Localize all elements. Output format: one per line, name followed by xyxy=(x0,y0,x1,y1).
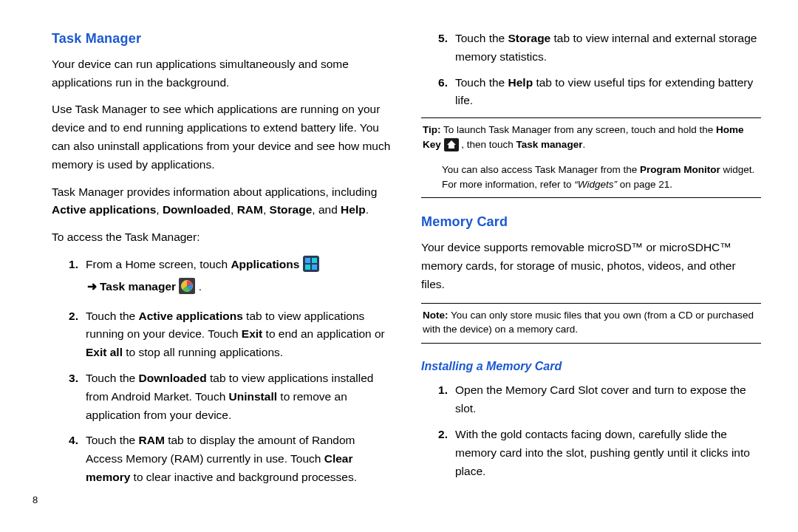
paragraph: To access the Task Manager: xyxy=(52,228,392,247)
svg-rect-4 xyxy=(312,265,317,270)
install-step-1: 1. Open the Memory Card Slot cover and t… xyxy=(421,381,761,418)
step-4: 4. Touch the RAM tab to display the amou… xyxy=(52,432,392,486)
step-3: 3. Touch the Downloaded tab to view appl… xyxy=(52,369,392,424)
install-step-2: 2. With the gold contacts facing down, c… xyxy=(421,426,761,480)
right-column: 5. Touch the Storage tab to view interna… xyxy=(421,25,761,494)
svg-rect-3 xyxy=(305,265,310,270)
svg-rect-2 xyxy=(312,258,317,263)
applications-icon xyxy=(303,256,319,278)
tip-box: Tip: To launch Task Manager from any scr… xyxy=(421,117,761,198)
step-2: 2. Touch the Active applications tab to … xyxy=(52,307,392,362)
left-column: Task Manager Your device can run applica… xyxy=(52,25,392,494)
paragraph: Task Manager provides information about … xyxy=(52,183,392,220)
step-5: 5. Touch the Storage tab to view interna… xyxy=(421,30,761,66)
page-number: 8 xyxy=(33,493,38,508)
steps-task-manager-cont: 5. Touch the Storage tab to view interna… xyxy=(421,30,761,110)
step-6: 6. Touch the Help tab to view useful tip… xyxy=(421,74,761,111)
home-key-icon xyxy=(444,138,459,156)
task-manager-icon xyxy=(179,278,195,300)
paragraph: Use Task Manager to see which applicatio… xyxy=(52,100,392,174)
steps-install-card: 1. Open the Memory Card Slot cover and t… xyxy=(421,381,761,480)
step-1: 1. From a Home screen, touch Application… xyxy=(52,256,392,300)
subheading-installing: Installing a Memory Card xyxy=(421,357,761,376)
heading-task-manager: Task Manager xyxy=(52,28,392,50)
svg-rect-1 xyxy=(305,258,310,263)
paragraph: Your device supports removable microSD™ … xyxy=(421,239,761,293)
steps-task-manager: 1. From a Home screen, touch Application… xyxy=(52,256,392,487)
paragraph: Your device can run applications simulta… xyxy=(52,55,392,92)
heading-memory-card: Memory Card xyxy=(421,211,761,233)
note-box: Note: You can only store music files tha… xyxy=(421,303,761,344)
